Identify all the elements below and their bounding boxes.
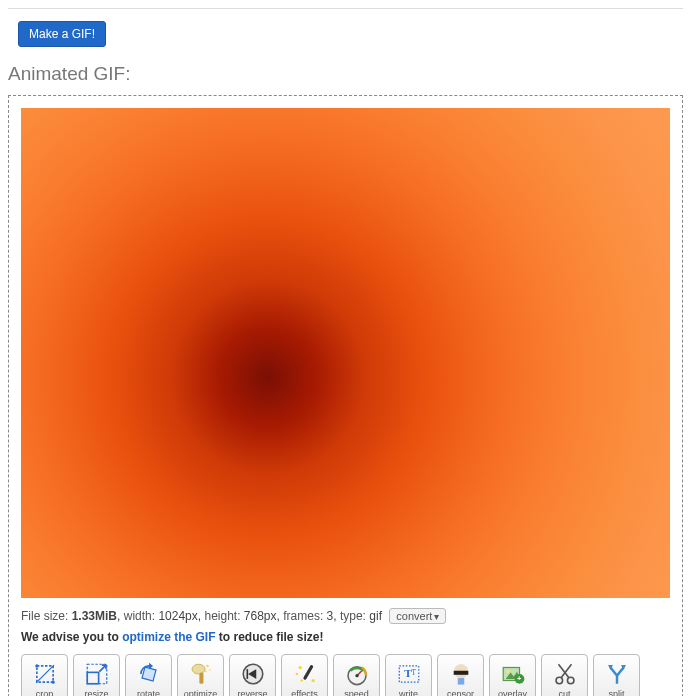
svg-point-18 [295, 673, 297, 675]
optimize-button[interactable]: optimize [177, 654, 224, 696]
width-label: width: [124, 609, 155, 623]
section-title: Animated GIF: [8, 63, 683, 85]
svg-point-23 [355, 674, 358, 677]
optimize-icon [187, 660, 215, 688]
dropdown-arrow-icon: ▾ [434, 611, 439, 622]
height-value: 768px [244, 609, 277, 623]
svg-point-11 [209, 669, 211, 671]
svg-rect-15 [246, 669, 248, 679]
optimize-label: optimize [184, 689, 218, 696]
cut-icon [551, 660, 579, 688]
svg-point-20 [311, 679, 314, 682]
split-label: split [608, 689, 624, 696]
write-label: write [399, 689, 418, 696]
reverse-label: reverse [237, 689, 267, 696]
file-size-value: 1.33MiB [72, 609, 117, 623]
crop-label: crop [36, 689, 54, 696]
speed-label: speed [344, 689, 369, 696]
resize-label: resize [84, 689, 108, 696]
gif-preview-image[interactable] [21, 108, 670, 598]
write-button[interactable]: TT write [385, 654, 432, 696]
rotate-label: rotate [137, 689, 160, 696]
svg-rect-29 [457, 678, 464, 685]
width-value: 1024px [158, 609, 197, 623]
height-label: height: [204, 609, 240, 623]
overlay-button[interactable]: + overlay [489, 654, 536, 696]
effects-icon [291, 660, 319, 688]
split-icon [603, 660, 631, 688]
reverse-icon [239, 660, 267, 688]
advise-line: We advise you to optimize the GIF to red… [21, 630, 670, 644]
svg-rect-5 [87, 672, 98, 683]
censor-icon [447, 660, 475, 688]
svg-rect-16 [302, 665, 313, 681]
resize-button[interactable]: resize [73, 654, 120, 696]
cut-button[interactable]: cut [541, 654, 588, 696]
top-divider [8, 8, 683, 9]
convert-button[interactable]: convert▾ [389, 608, 446, 624]
effects-label: effects [291, 689, 317, 696]
reverse-button[interactable]: reverse [229, 654, 276, 696]
speed-button[interactable]: speed [333, 654, 380, 696]
overlay-label: overlay [498, 689, 527, 696]
censor-label: censor [447, 689, 474, 696]
convert-label: convert [396, 610, 432, 622]
write-icon: TT [395, 660, 423, 688]
rotate-button[interactable]: rotate [125, 654, 172, 696]
crop-icon [31, 660, 59, 688]
svg-line-37 [560, 664, 571, 678]
toolbar: crop resize rotate optimize reverse [21, 654, 670, 696]
crop-button[interactable]: crop [21, 654, 68, 696]
svg-rect-28 [453, 671, 468, 675]
rotate-icon [135, 660, 163, 688]
resize-icon [83, 660, 111, 688]
file-info-line: File size: 1.33MiB, width: 1024px, heigh… [21, 608, 670, 624]
svg-line-38 [558, 664, 569, 678]
optimize-link[interactable]: optimize the GIF [122, 630, 215, 644]
frames-label: frames: [283, 609, 323, 623]
advise-suffix: to reduce file size! [215, 630, 323, 644]
censor-button[interactable]: censor [437, 654, 484, 696]
svg-line-3 [36, 665, 54, 683]
svg-point-1 [35, 664, 38, 667]
advise-prefix: We advise you to [21, 630, 122, 644]
speed-icon [343, 660, 371, 688]
effects-button[interactable]: effects [281, 654, 328, 696]
svg-point-17 [298, 666, 301, 669]
svg-text:T: T [411, 668, 416, 677]
svg-point-2 [51, 681, 54, 684]
svg-point-8 [192, 664, 205, 674]
svg-point-12 [205, 671, 207, 673]
svg-point-19 [300, 679, 302, 681]
svg-text:+: + [517, 674, 521, 683]
make-gif-button[interactable]: Make a GIF! [18, 21, 106, 47]
svg-rect-9 [199, 672, 203, 683]
cut-label: cut [558, 689, 570, 696]
file-size-label: File size: [21, 609, 68, 623]
svg-point-10 [206, 665, 208, 667]
type-value: gif [369, 609, 382, 623]
svg-point-32 [506, 670, 509, 673]
preview-container: File size: 1.33MiB, width: 1024px, heigh… [8, 95, 683, 696]
overlay-icon: + [499, 660, 527, 688]
split-button[interactable]: split [593, 654, 640, 696]
type-label: type: [340, 609, 366, 623]
